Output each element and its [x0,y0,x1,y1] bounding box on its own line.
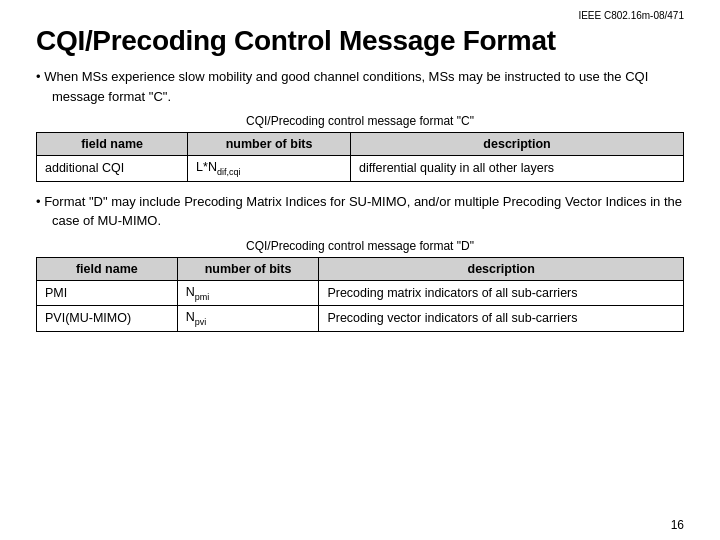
doc-id: IEEE C802.16m-08/471 [36,10,684,21]
table1-col-fieldname: field name [37,133,188,156]
table1: field name number of bits description ad… [36,132,684,182]
table1-header-row: field name number of bits description [37,133,684,156]
table-row: PMI Npmi Precoding matrix indicators of … [37,280,684,306]
table-row: additional CQI L*Ndif,cqi differential q… [37,156,684,182]
table1-row1-description: differential quality in all other layers [351,156,684,182]
page: IEEE C802.16m-08/471 CQI/Precoding Contr… [0,0,720,540]
table2-col-description: description [319,257,684,280]
table1-row1-fieldname: additional CQI [37,156,188,182]
table2: field name number of bits description PM… [36,257,684,332]
table1-col-description: description [351,133,684,156]
table1-caption: CQI/Precoding control message format "C" [36,114,684,128]
page-number: 16 [671,518,684,532]
table2-caption: CQI/Precoding control message format "D" [36,239,684,253]
table2-col-numbits: number of bits [177,257,319,280]
table2-header-row: field name number of bits description [37,257,684,280]
table2-row1-description: Precoding matrix indicators of all sub-c… [319,280,684,306]
table2-row2-numbits: Npvi [177,306,319,332]
table2-row1-fieldname: PMI [37,280,178,306]
table2-row2-fieldname: PVI(MU-MIMO) [37,306,178,332]
table2-row1-numbits: Npmi [177,280,319,306]
bullet-2-text: Format "D" may include Precoding Matrix … [36,192,684,231]
table-row: PVI(MU-MIMO) Npvi Precoding vector indic… [37,306,684,332]
table1-row1-numbits: L*Ndif,cqi [188,156,351,182]
bullet-1-text: When MSs experience slow mobility and go… [36,67,684,106]
table2-row2-description: Precoding vector indicators of all sub-c… [319,306,684,332]
table1-col-numbits: number of bits [188,133,351,156]
main-title: CQI/Precoding Control Message Format [36,25,684,57]
table2-col-fieldname: field name [37,257,178,280]
